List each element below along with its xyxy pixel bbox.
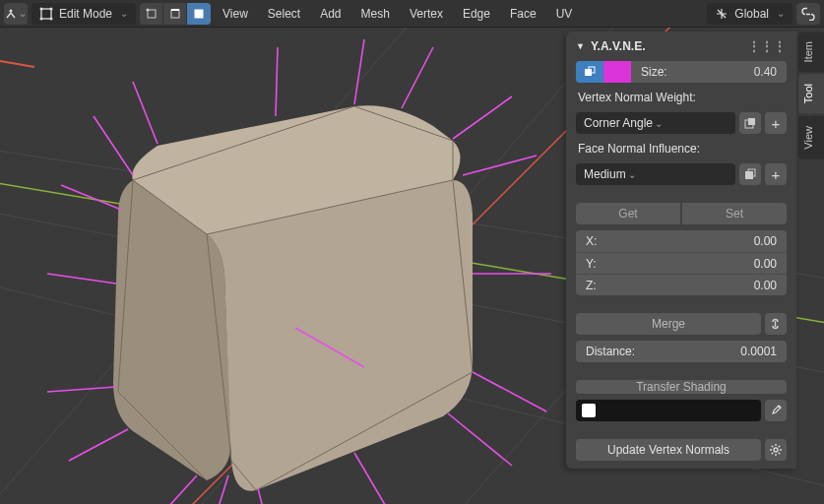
vertex-weight-label: Vertex Normal Weight: (576, 89, 787, 106)
svg-line-52 (772, 453, 773, 454)
size-toggle-b-icon[interactable] (603, 61, 631, 83)
header-toolbar: Edit Mode View Select Add Mesh Vertex Ed… (0, 0, 824, 28)
orientation-dropdown[interactable]: Global (707, 3, 792, 25)
vertex-select-mode[interactable] (140, 3, 163, 25)
shading-source-field[interactable] (576, 400, 761, 421)
menu-vertex[interactable]: Vertex (402, 7, 451, 21)
yavne-panel: ▼ Y.A.V.N.E. ⋮⋮⋮ Size: 0.40 Vertex Norma… (566, 32, 796, 469)
svg-line-21 (133, 82, 158, 144)
update-normals-button[interactable]: Update Vertex Normals (576, 439, 761, 461)
pivot-dropdown[interactable] (4, 3, 28, 25)
select-mode-group (140, 3, 211, 25)
svg-rect-10 (195, 10, 203, 18)
face-influence-picker[interactable] (739, 163, 761, 185)
svg-rect-42 (748, 118, 755, 125)
face-influence-value: Medium (584, 167, 626, 181)
grip-icon[interactable]: ⋮⋮⋮ (748, 39, 787, 53)
tab-tool[interactable]: Tool (798, 74, 824, 113)
menu-select[interactable]: Select (260, 7, 308, 21)
merge-button[interactable]: Merge (576, 313, 761, 335)
collapse-icon: ▼ (576, 41, 585, 51)
svg-line-17 (0, 61, 34, 67)
size-toggle-a-icon[interactable] (576, 61, 603, 83)
object-swatch-icon (582, 404, 596, 417)
menu-edge[interactable]: Edge (455, 7, 498, 21)
svg-line-35 (47, 387, 116, 392)
svg-point-3 (50, 7, 53, 10)
panel-title: Y.A.V.N.E. (591, 39, 646, 53)
svg-point-4 (40, 17, 43, 20)
y-field[interactable]: Y: 0.00 (576, 252, 787, 274)
z-field[interactable]: Z: 0.00 (576, 274, 787, 295)
svg-line-37 (61, 185, 121, 210)
svg-rect-1 (41, 9, 51, 19)
svg-line-28 (473, 372, 546, 411)
transfer-shading-button[interactable]: Transfer Shading (576, 380, 787, 394)
tab-item[interactable]: Item (798, 32, 824, 72)
size-value: 0.40 (744, 61, 787, 83)
mode-dropdown[interactable]: Edit Mode (32, 3, 136, 25)
orientation-label: Global (734, 7, 769, 21)
svg-line-23 (354, 39, 364, 104)
get-set-row: Get Set (576, 203, 787, 224)
size-label: Size: (631, 61, 677, 83)
face-influence-dropdown[interactable]: Medium (576, 163, 735, 185)
svg-line-33 (148, 475, 197, 504)
menu-uv[interactable]: UV (548, 7, 581, 21)
svg-line-31 (258, 488, 276, 504)
merge-link-icon[interactable] (765, 313, 787, 335)
menu-face[interactable]: Face (502, 7, 544, 21)
svg-rect-8 (171, 10, 179, 18)
panel-header[interactable]: ▼ Y.A.V.N.E. ⋮⋮⋮ (570, 35, 792, 57)
xyz-fields: X: 0.00 Y: 0.00 Z: 0.00 (576, 230, 787, 295)
menu-add[interactable]: Add (312, 7, 349, 21)
gear-icon (769, 443, 783, 457)
vertex-weight-dropdown[interactable]: Corner Angle (576, 112, 735, 134)
menu-mesh[interactable]: Mesh (353, 7, 398, 21)
vertex-weight-value: Corner Angle (584, 116, 653, 130)
svg-line-51 (779, 453, 780, 454)
distance-field[interactable]: Distance: 0.0001 (576, 341, 787, 362)
svg-line-36 (47, 274, 116, 284)
x-field[interactable]: X: 0.00 (576, 230, 787, 252)
edge-select-mode[interactable] (163, 3, 187, 25)
eyedropper-button[interactable] (765, 400, 787, 421)
face-influence-label: Face Normal Influence: (576, 140, 787, 158)
n-panel-tabs: Item Tool View (798, 32, 824, 160)
face-influence-add[interactable]: + (765, 163, 787, 185)
svg-point-7 (146, 8, 149, 11)
svg-point-2 (40, 7, 43, 10)
get-button[interactable]: Get (576, 203, 680, 224)
settings-button[interactable] (765, 439, 787, 461)
svg-point-5 (50, 17, 53, 20)
tab-view[interactable]: View (798, 116, 824, 159)
menu-view[interactable]: View (215, 7, 256, 21)
svg-rect-6 (148, 10, 156, 18)
svg-line-25 (453, 96, 512, 139)
mode-label: Edit Mode (59, 7, 112, 21)
svg-line-24 (402, 47, 433, 108)
set-button[interactable]: Set (682, 203, 787, 224)
svg-line-30 (354, 453, 394, 504)
vertex-weight-picker[interactable] (739, 112, 761, 134)
svg-line-22 (276, 47, 278, 116)
mesh-cube (113, 105, 473, 490)
svg-line-34 (69, 429, 128, 461)
face-select-mode[interactable] (187, 3, 211, 25)
vertex-weight-add[interactable]: + (765, 112, 787, 134)
svg-line-29 (448, 413, 512, 466)
svg-point-45 (774, 448, 778, 452)
svg-line-53 (779, 446, 780, 447)
link-icon[interactable] (796, 3, 820, 25)
svg-rect-43 (745, 171, 753, 179)
svg-line-50 (772, 446, 773, 447)
size-field[interactable]: Size: 0.40 (576, 61, 787, 83)
